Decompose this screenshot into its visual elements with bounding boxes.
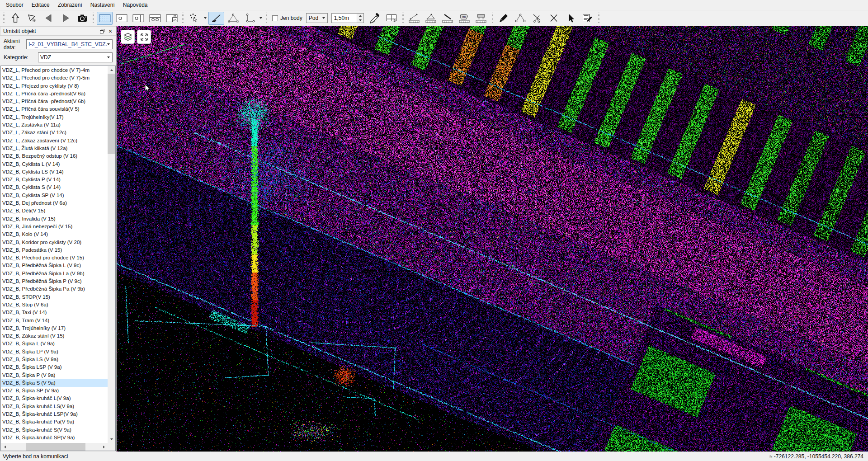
list-item[interactable]: VDZ_L, Přechod pro chodce (V 7)-4m (1, 66, 108, 74)
list-item[interactable]: VDZ_B, Předběžná Šipka La (V 9b) (1, 270, 108, 278)
distance-spinner[interactable]: 1,50m (331, 13, 364, 23)
vertical-scrollbar[interactable] (108, 66, 115, 443)
list-item[interactable]: VDZ_B, Šipka-kruháč SP(V 9a) (1, 434, 108, 442)
vertical-scroll-thumb[interactable] (108, 74, 115, 154)
point-select-dropdown[interactable] (203, 12, 208, 25)
list-item[interactable]: VDZ_B, Cyklista L (V 14) (1, 160, 108, 168)
list-item[interactable]: VDZ_B, Stop (V 6a) (1, 301, 108, 309)
list-item[interactable]: VDZ_B, Padesátka (V 15) (1, 246, 108, 254)
list-item[interactable]: VDZ_L, Žlutá klikatá (V 12a) (1, 145, 108, 152)
list-item[interactable]: VDZ_L, Příčná čára -přednost(V 6a) (1, 90, 108, 98)
view-split-button[interactable] (130, 12, 146, 25)
list-item[interactable]: VDZ_L, Zastávka (V 11a) (1, 121, 108, 129)
pod-dropdown[interactable]: Pod (306, 13, 328, 23)
list-item[interactable]: VDZ_B, Šipka S (V 9a) (1, 379, 108, 387)
jen-body-checkbox[interactable] (272, 15, 278, 21)
list-item[interactable]: VDZ_B, Cyklista SP (V 14) (1, 192, 108, 199)
scroll-right-button[interactable] (100, 443, 108, 451)
list-item[interactable]: VDZ_B, Předběžná Šipka Pa (V 9b) (1, 285, 108, 293)
list-item[interactable]: VDZ_B, Dej přednost (V 6a) (1, 199, 108, 207)
list-item[interactable]: VDZ_B, STOP(V 15) (1, 293, 108, 301)
point-cloud-viewport[interactable] (117, 26, 868, 452)
polygon-edit-button[interactable] (513, 12, 528, 25)
scissors-cut-button[interactable] (529, 12, 545, 25)
line-draw-button[interactable] (208, 12, 224, 25)
list-item[interactable]: VDZ_B, Bezpečný odstup (V 16) (1, 152, 108, 160)
marker-pen-button[interactable] (496, 12, 512, 25)
list-item[interactable]: VDZ_L, Trojúhelníky(V 17) (1, 113, 108, 121)
table-grid-button[interactable] (384, 12, 400, 25)
menu-item[interactable]: Zobrazení (54, 0, 86, 9)
scroll-up-button[interactable] (108, 66, 115, 74)
view-detail-button[interactable] (164, 12, 179, 25)
list-item[interactable]: VDZ_B, Invalida (V 15) (1, 215, 108, 223)
list-item[interactable]: VDZ_B, Koridor pro cyklisty (V 20) (1, 239, 108, 246)
view-two-circles-button[interactable] (147, 12, 163, 25)
list-item[interactable]: VDZ_B, Šipka-kruháč LS(V 9a) (1, 403, 108, 410)
panel-float-button[interactable] (98, 28, 106, 35)
menu-item[interactable]: Soubor (2, 0, 28, 9)
layers-button[interactable] (121, 30, 135, 44)
panel-titlebar[interactable]: Umístit objekt × (0, 26, 116, 36)
polygon-draw-button[interactable] (225, 12, 241, 25)
notes-edit-button[interactable] (580, 12, 595, 25)
menu-item[interactable]: Nastavení (86, 0, 119, 9)
list-item[interactable]: VDZ_B, Předběžná Šipka L (V 9c) (1, 262, 108, 269)
list-item[interactable]: VDZ_B, Cyklista P (V 14) (1, 176, 108, 183)
list-item[interactable]: VDZ_L, Zákaz zastavení (V 12c) (1, 137, 108, 145)
list-item[interactable]: VDZ_B, Šipka-kruháč L(V 9a) (1, 395, 108, 402)
forward-button[interactable] (57, 12, 73, 25)
list-item[interactable]: VDZ_L, Zákaz stání (V 12c) (1, 129, 108, 136)
saw-cut-button[interactable] (367, 12, 383, 25)
list-item[interactable]: VDZ_B, Šipka P (V 9a) (1, 372, 108, 379)
list-item[interactable]: VDZ_B, Šipka-kruháč S(V 9a) (1, 426, 108, 434)
list-item[interactable]: VDZ_B, Šipka L (V 9a) (1, 340, 108, 348)
list-item[interactable]: VDZ_B, Šipka LS (V 9a) (1, 356, 108, 363)
menu-item[interactable]: Nápověda (119, 0, 152, 9)
scroll-down-button[interactable] (108, 435, 115, 443)
horizontal-scrollbar[interactable] (1, 443, 108, 451)
measure-area-button[interactable]: m² (457, 12, 472, 25)
measure-profile-button[interactable] (473, 12, 489, 25)
list-item[interactable]: VDZ_L, Přechod pro chodce (V 7)-5m (1, 74, 108, 82)
list-item[interactable]: VDZ_B, Kolo (V 14) (1, 230, 108, 238)
list-item[interactable]: VDZ_B, Šipka-kruháč LSP(V 9a) (1, 410, 108, 418)
list-item[interactable]: VDZ_B, Cyklista S (V 14) (1, 183, 108, 191)
list-item[interactable]: VDZ_L, Příčná čára souvislá(V 5) (1, 105, 108, 113)
list-item[interactable]: VDZ_B, Děti(V 15) (1, 207, 108, 215)
point-cloud[interactable] (117, 26, 868, 452)
list-item[interactable]: VDZ_B, Tram (V 14) (1, 317, 108, 325)
measure-slope-button[interactable] (440, 12, 456, 25)
measure-triangle-button[interactable] (423, 12, 439, 25)
back-button[interactable] (41, 12, 57, 25)
spinner-down-button[interactable] (357, 18, 363, 23)
list-item[interactable]: VDZ_B, Zákaz stání (V 15) (1, 332, 108, 340)
panel-close-button[interactable]: × (106, 28, 114, 35)
delete-cross-button[interactable] (546, 12, 562, 25)
view-single-button[interactable] (97, 12, 113, 25)
fullscreen-button[interactable] (137, 30, 151, 44)
polyline-nodes-button[interactable] (242, 12, 258, 25)
list-item[interactable]: VDZ_B, Trojúhelníky (V 17) (1, 325, 108, 332)
list-item[interactable]: VDZ_B, Šipka-kruháč Pa(V 9a) (1, 418, 108, 426)
list-item[interactable]: VDZ_B, Šipka LP (V 9a) (1, 348, 108, 356)
up-arrow-button[interactable] (7, 12, 23, 25)
point-select-button[interactable] (186, 12, 202, 25)
list-item[interactable]: VDZ_B, Přechod pro chodce (V 15) (1, 254, 108, 262)
list-item[interactable]: VDZ_L, Příčná čára -přednost(V 6b) (1, 98, 108, 105)
category-combobox[interactable]: VDZ (38, 52, 113, 62)
polyline-nodes-dropdown[interactable] (258, 12, 264, 25)
measure-distance-button[interactable] (406, 12, 422, 25)
spinner-up-button[interactable] (357, 14, 363, 18)
list-item[interactable]: VDZ_B, Předběžná Šipka P (V 9c) (1, 278, 108, 285)
list-item[interactable]: VDZ_B, Jiná nebezpečí (V 15) (1, 223, 108, 230)
list-item[interactable]: VDZ_L, Přejezd pro cyklisty (V 8) (1, 82, 108, 90)
lasso-select-button[interactable] (24, 12, 40, 25)
camera-button[interactable] (74, 12, 90, 25)
list-item[interactable]: VDZ_B, Taxi (V 14) (1, 309, 108, 316)
list-item[interactable]: VDZ_B, Cyklista LS (V 14) (1, 168, 108, 176)
active-data-combobox[interactable]: I-2_01_VYBRAL_B4_STC_VDZ. (26, 39, 113, 49)
horizontal-scroll-thumb[interactable] (26, 443, 85, 451)
list-item[interactable]: VDZ_B, Šipka SP (V 9a) (1, 387, 108, 395)
view-circle-button[interactable] (113, 12, 129, 25)
